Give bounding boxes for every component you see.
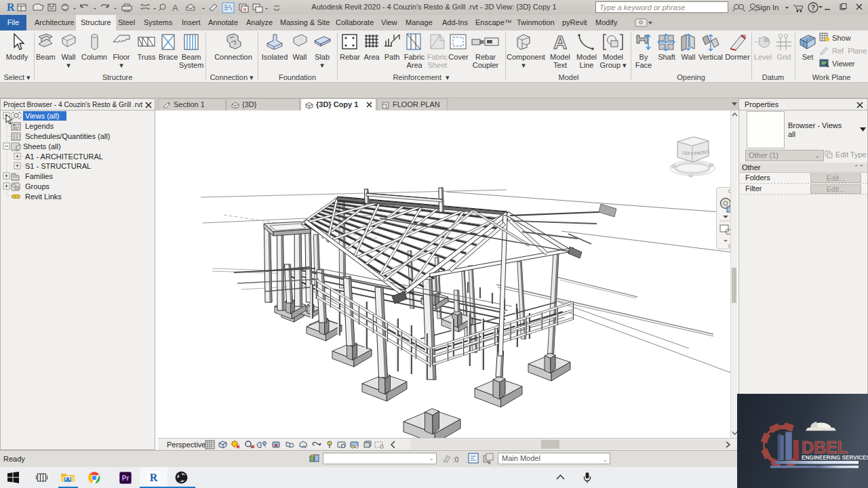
svg-text:Groups: Groups xyxy=(25,182,50,190)
svg-text:ENGINEERING SERVICES: ENGINEERING SERVICES xyxy=(802,455,868,461)
svg-text:Views (all): Views (all) xyxy=(25,112,60,120)
svg-text:A: A xyxy=(553,33,567,53)
svg-text:Pr: Pr xyxy=(122,474,130,482)
svg-text:Legends: Legends xyxy=(25,122,54,130)
svg-text::0: :0 xyxy=(453,456,459,464)
svg-text:Revit Links: Revit Links xyxy=(25,192,62,201)
svg-text:R: R xyxy=(150,472,158,483)
svg-text:Sheets (all): Sheets (all) xyxy=(23,142,61,150)
svg-text:Families: Families xyxy=(25,172,53,180)
svg-text:S1 - STRUCTURAL: S1 - STRUCTURAL xyxy=(25,162,91,170)
svg-text:A1 - ARCHITECTURAL: A1 - ARCHITECTURAL xyxy=(25,152,103,161)
svg-text:Schedules/Quantities (all): Schedules/Quantities (all) xyxy=(25,132,110,140)
svg-text:DBEL: DBEL xyxy=(802,438,848,457)
